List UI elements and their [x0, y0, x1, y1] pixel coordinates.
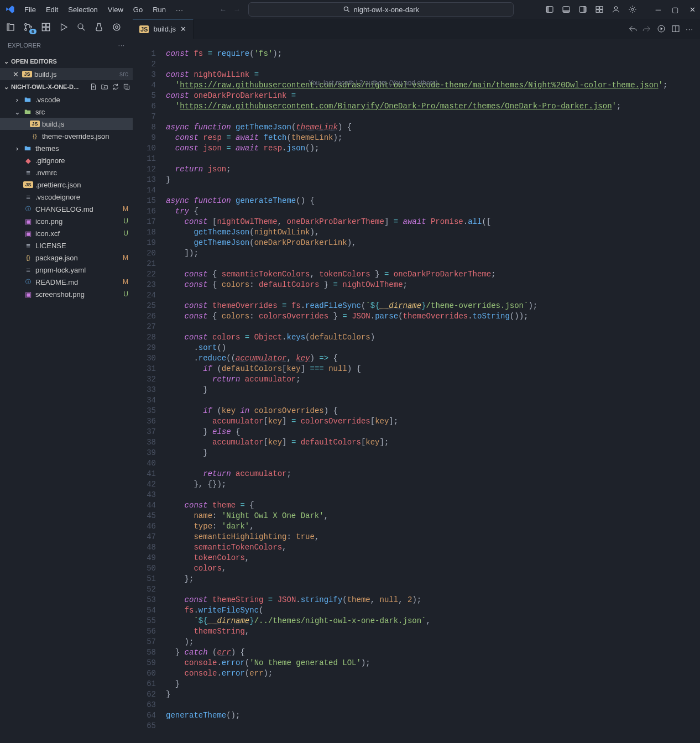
- menu-go[interactable]: Go: [129, 3, 147, 16]
- split-editor-icon[interactable]: [671, 24, 680, 33]
- image-file-icon: ▣: [23, 217, 33, 226]
- go-back-icon[interactable]: [628, 24, 637, 33]
- command-center-label: night-owl-x-one-dark: [354, 6, 420, 14]
- svg-line-22: [82, 28, 85, 30]
- file-icon: ≡: [23, 169, 33, 177]
- file-tree: › .vscode ⌄ src JS build.js {} theme-ove…: [0, 93, 133, 300]
- svg-point-15: [25, 29, 27, 31]
- tree-item[interactable]: › .vscode: [0, 93, 133, 106]
- git-status-badge: M: [123, 205, 128, 213]
- code-editor[interactable]: 1234567891011121314151617181920212223242…: [133, 39, 700, 731]
- close-editor-icon[interactable]: ✕: [11, 70, 20, 79]
- menu-run[interactable]: Run: [148, 3, 170, 16]
- tree-item[interactable]: JS .prettierrc.json: [0, 179, 133, 191]
- tree-item[interactable]: {} package.json M: [0, 252, 133, 264]
- nav-back-icon[interactable]: ←: [220, 6, 227, 14]
- source-control-icon[interactable]: 6: [23, 22, 33, 32]
- explorer-label: EXPLORER: [8, 42, 41, 49]
- layout-sidebar-right-icon[interactable]: [578, 5, 587, 14]
- tab-build-js[interactable]: JS build.js ✕: [133, 19, 194, 39]
- compare-icon[interactable]: [642, 24, 651, 33]
- run-debug-icon[interactable]: [59, 22, 69, 32]
- menu-edit[interactable]: Edit: [41, 3, 62, 16]
- settings-gear-icon[interactable]: [628, 5, 637, 14]
- window-close-icon[interactable]: ✕: [689, 6, 696, 14]
- search-panel-icon[interactable]: [76, 22, 86, 32]
- tree-item[interactable]: ⌄ src: [0, 106, 133, 118]
- tree-item-label: .vscode: [35, 96, 128, 104]
- explorer-icon[interactable]: [6, 22, 15, 32]
- image-file-icon: ▣: [23, 290, 33, 299]
- open-editors-header[interactable]: ⌄ OPEN EDITORS: [0, 55, 133, 68]
- tab-label: build.js: [153, 25, 175, 33]
- tree-item[interactable]: ≡ LICENSE: [0, 239, 133, 252]
- tree-item-label: .vscodeignore: [35, 193, 128, 201]
- tree-item-label: themes: [35, 144, 128, 153]
- window-minimize-icon[interactable]: ─: [656, 6, 661, 14]
- svg-point-0: [344, 7, 348, 11]
- code-content[interactable]: const fs = require('fs');const nightOwlL…: [166, 39, 700, 731]
- tree-item[interactable]: ⓘ README.md M: [0, 276, 133, 288]
- references-icon[interactable]: [112, 22, 122, 32]
- tree-item[interactable]: › themes: [0, 142, 133, 154]
- git-status-badge: M: [123, 254, 128, 261]
- svg-point-21: [78, 24, 83, 29]
- image-file-icon: ▣: [23, 229, 33, 238]
- test-icon[interactable]: [94, 22, 104, 32]
- new-folder-icon[interactable]: [101, 83, 108, 91]
- collapse-all-icon[interactable]: [123, 83, 130, 91]
- tree-item[interactable]: JS build.js: [0, 118, 133, 130]
- tree-item[interactable]: ⓘ CHANGELOG.md M: [0, 203, 133, 215]
- tree-item[interactable]: ▣ icon.xcf U: [0, 227, 133, 239]
- codelens[interactable]: You, last month | 2 authors (You and oth…: [309, 79, 438, 87]
- tree-item[interactable]: ▣ icon.png U: [0, 215, 133, 227]
- menu-selection[interactable]: Selection: [64, 3, 102, 16]
- tree-item-label: src: [35, 108, 128, 116]
- account-icon[interactable]: [612, 5, 620, 14]
- activity-icons-row: 6: [0, 19, 133, 35]
- workspace-header[interactable]: ⌄ NIGHT-OWL-X-ONE-D...: [0, 80, 133, 93]
- search-icon: [343, 6, 351, 13]
- tree-item-label: pnpm-lock.yaml: [35, 266, 128, 274]
- layout-panel-icon[interactable]: [562, 5, 571, 14]
- tree-item-label: screenshot.png: [35, 290, 119, 299]
- nav-forward-icon[interactable]: →: [233, 6, 241, 14]
- tree-item-label: package.json: [35, 254, 118, 262]
- tab-close-icon[interactable]: ✕: [180, 25, 186, 33]
- json-file-icon: {}: [30, 133, 40, 139]
- run-icon[interactable]: [657, 24, 666, 33]
- tree-item[interactable]: ≡ .vscodeignore: [0, 191, 133, 203]
- tree-item-label: LICENSE: [35, 242, 128, 250]
- json-file-icon: {}: [23, 254, 33, 261]
- tree-item-label: build.js: [42, 120, 128, 128]
- tree-item[interactable]: ≡ pnpm-lock.yaml: [0, 264, 133, 276]
- svg-rect-7: [583, 7, 586, 13]
- tree-item-label: theme-overrides.json: [42, 132, 128, 140]
- extensions-icon[interactable]: [41, 22, 51, 32]
- new-file-icon[interactable]: [90, 83, 97, 91]
- svg-rect-5: [563, 10, 570, 12]
- window-maximize-icon[interactable]: ▢: [672, 6, 678, 14]
- refresh-icon[interactable]: [112, 83, 119, 91]
- editor-more-icon[interactable]: ···: [686, 25, 693, 33]
- open-editor-item[interactable]: ✕ JS build.js src: [0, 68, 133, 80]
- open-editors-label: OPEN EDITORS: [11, 58, 57, 65]
- command-center[interactable]: night-owl-x-one-dark: [248, 2, 514, 17]
- layout-customize-icon[interactable]: [595, 5, 604, 14]
- titlebar: FileEditSelectionViewGoRun ··· ← → night…: [0, 0, 700, 19]
- folder-icon: [23, 96, 33, 103]
- menu-overflow[interactable]: ···: [171, 3, 188, 16]
- tree-item[interactable]: {} theme-overrides.json: [0, 130, 133, 142]
- git-status-badge: M: [123, 278, 128, 286]
- tree-item[interactable]: ≡ .nvmrc: [0, 166, 133, 179]
- menu-view[interactable]: View: [103, 3, 128, 16]
- open-editor-label: build.js: [34, 70, 115, 79]
- menu-file[interactable]: File: [20, 3, 40, 16]
- layout-sidebar-left-icon[interactable]: [545, 5, 554, 14]
- tree-item[interactable]: ◆ .gitignore: [0, 154, 133, 166]
- svg-point-14: [25, 24, 27, 26]
- editor-group: JS build.js ✕ ··· You, last month | 2 au…: [133, 19, 700, 743]
- git-file-icon: ◆: [23, 156, 33, 165]
- explorer-more-icon[interactable]: ···: [118, 42, 125, 49]
- tree-item[interactable]: ▣ screenshot.png U: [0, 288, 133, 300]
